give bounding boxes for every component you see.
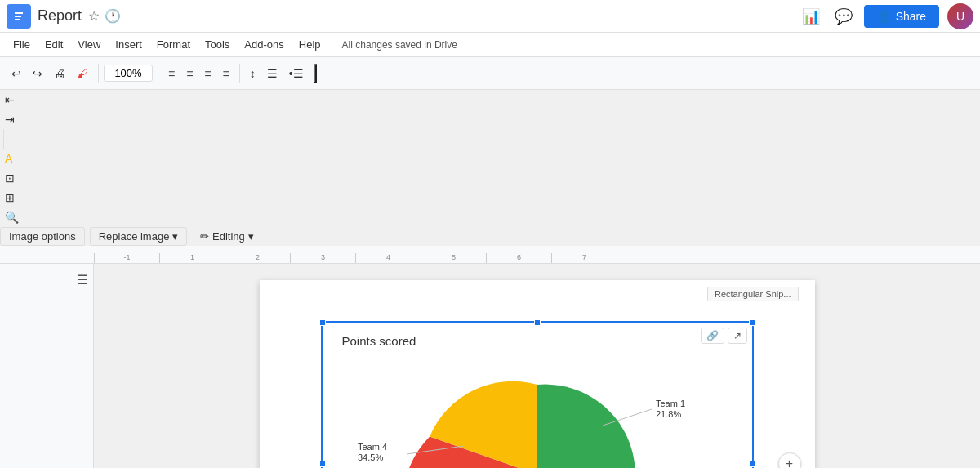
ruler-marks: -1 1 2 3 4 5 6 7 <box>0 246 980 263</box>
plus-button[interactable]: + <box>778 452 801 469</box>
menu-bar: File Edit View Insert Format Tools Add-o… <box>0 33 980 57</box>
document-area: Rectangular Snip... 🔗 ↗ Points scored <box>94 264 980 468</box>
ruler-mark-7: 7 <box>551 253 617 263</box>
ruler-mark-6: 6 <box>486 253 551 263</box>
separator-5 <box>3 129 4 149</box>
star-icon[interactable]: ☆ <box>88 8 100 24</box>
outline-icon[interactable]: ☰ <box>77 272 88 287</box>
legend-label-team1-value: 21.8% <box>656 409 681 419</box>
chart-title: Points scored <box>334 334 741 348</box>
chart-icons: 🔗 ↗ <box>701 328 747 344</box>
paint-format-button[interactable]: 🖌 <box>72 64 93 83</box>
left-panel: ☰ <box>0 264 94 468</box>
chat-icon[interactable]: 💬 <box>831 4 856 29</box>
pencil-icon: ✏ <box>200 230 209 243</box>
align-center-button[interactable]: ≡ <box>181 64 198 83</box>
pie-slice-team4 <box>537 385 635 468</box>
ruler: -1 1 2 3 4 5 6 7 <box>0 246 980 264</box>
redo-button[interactable]: ↪ <box>28 64 47 83</box>
editing-label: Editing <box>212 230 245 243</box>
legend-label-team4-name: Team 4 <box>358 442 387 452</box>
align-right-button[interactable]: ≡ <box>199 64 216 83</box>
toolbar: ↩ ↪ 🖨 🖌 100% ≡ ≡ ≡ ≡ ↕ ☰ •☰ <box>0 57 980 90</box>
title-icons: ☆ 🕐 <box>88 8 121 24</box>
activity-icon[interactable]: 📊 <box>799 4 823 29</box>
handle-middle-left[interactable] <box>319 461 326 467</box>
page: Rectangular Snip... 🔗 ↗ Points scored <box>260 280 815 468</box>
replace-image-button[interactable]: Replace image ▾ <box>90 227 187 246</box>
menu-view[interactable]: View <box>71 35 107 54</box>
list-button[interactable]: ☰ <box>262 64 283 83</box>
justify-button[interactable]: ≡ <box>218 64 234 83</box>
share-label: Share <box>896 10 926 23</box>
ruler-mark-1: 1 <box>159 253 225 263</box>
print-button[interactable]: 🖨 <box>49 64 70 83</box>
separator-4 <box>314 64 317 83</box>
top-right-actions: 📊 💬 👤 Share U <box>799 3 973 29</box>
highlight-button[interactable]: A <box>0 149 17 168</box>
pie-chart-svg: Team 1 21.8% Team 2 32.7% Team 3 10.9% T… <box>341 364 733 468</box>
avatar[interactable]: U <box>947 3 973 29</box>
legend-label-team4-value: 34.5% <box>358 452 383 462</box>
indent-increase-button[interactable]: ⇥ <box>0 109 20 129</box>
svg-rect-3 <box>15 19 20 20</box>
history-icon[interactable]: 🕐 <box>105 8 121 24</box>
saved-message: All changes saved in Drive <box>342 39 457 51</box>
align-left-button[interactable]: ≡ <box>163 64 180 83</box>
separator-3 <box>239 64 240 83</box>
separator-1 <box>98 64 99 83</box>
ruler-mark-2: 2 <box>225 253 290 263</box>
share-icon: 👤 <box>877 10 891 23</box>
crop-button[interactable]: ⊞ <box>0 188 20 207</box>
handle-top-right[interactable] <box>749 319 755 326</box>
ruler-mark-4: 4 <box>355 253 421 263</box>
zoom-selector[interactable]: 100% <box>104 65 153 82</box>
image-options-button[interactable]: Image options <box>0 227 85 246</box>
undo-button[interactable]: ↩ <box>7 64 26 83</box>
separator-2 <box>158 64 158 83</box>
menu-edit[interactable]: Edit <box>38 35 69 54</box>
editing-chevron: ▾ <box>248 230 254 243</box>
menu-insert[interactable]: Insert <box>109 35 149 54</box>
line-spacing-button[interactable]: ↕ <box>245 64 261 83</box>
legend-label-team1-name: Team 1 <box>656 399 685 408</box>
handle-middle-right[interactable] <box>749 461 755 467</box>
chart-container[interactable]: 🔗 ↗ Points scored <box>321 321 754 468</box>
toolbar-right: Image options Replace image ▾ ✏ Editing … <box>0 227 980 246</box>
title-bar: Report ☆ 🕐 📊 💬 👤 Share U <box>0 0 980 33</box>
ruler-mark-0: -1 <box>94 253 159 263</box>
pie-chart-area: Team 1 21.8% Team 2 32.7% Team 3 10.9% T… <box>334 356 741 468</box>
svg-rect-1 <box>15 12 23 14</box>
chart-link-button[interactable]: 🔗 <box>701 328 724 344</box>
share-button[interactable]: 👤 Share <box>864 5 939 28</box>
chart-open-button[interactable]: ↗ <box>728 328 747 344</box>
svg-rect-2 <box>15 16 21 17</box>
bullet-list-button[interactable]: •☰ <box>284 64 309 83</box>
border-button[interactable]: ⊡ <box>0 168 20 188</box>
menu-file[interactable]: File <box>7 35 37 54</box>
menu-tools[interactable]: Tools <box>198 35 236 54</box>
main-area: ☰ Rectangular Snip... 🔗 ↗ <box>0 264 980 468</box>
app-icon <box>7 4 31 29</box>
menu-help[interactable]: Help <box>292 35 327 54</box>
handle-top-left[interactable] <box>319 319 326 326</box>
editing-mode-button[interactable]: ✏ Editing ▾ <box>192 228 262 245</box>
menu-add-ons[interactable]: Add-ons <box>238 35 290 54</box>
menu-format[interactable]: Format <box>150 35 197 54</box>
rect-snip-label: Rectangular Snip... <box>707 287 799 301</box>
document-title: Report <box>38 7 82 25</box>
ruler-mark-5: 5 <box>421 253 486 263</box>
ruler-mark-3: 3 <box>290 253 355 263</box>
handle-top-middle[interactable] <box>534 319 541 326</box>
indent-decrease-button[interactable]: ⇤ <box>0 90 20 109</box>
search-replace-button[interactable]: 🔍 <box>0 207 24 227</box>
